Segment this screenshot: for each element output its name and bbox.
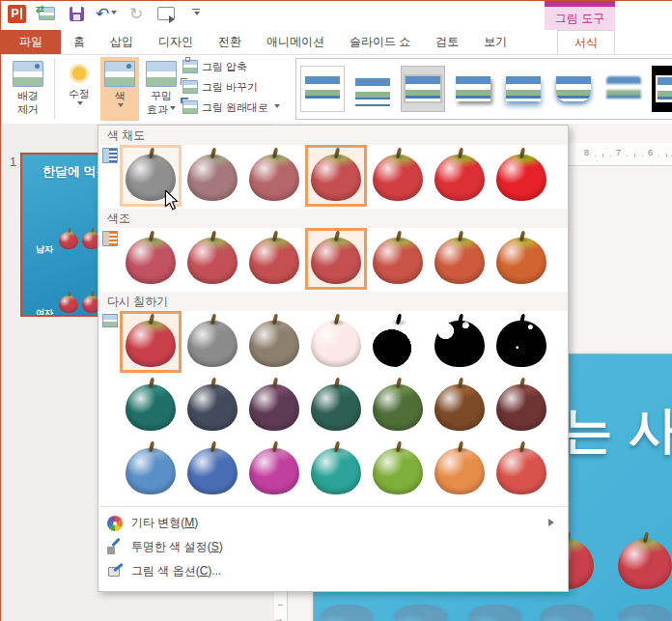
- saturation-option-200[interactable]: [429, 145, 490, 207]
- recolor-teal[interactable]: [305, 438, 367, 500]
- contextual-tab-group: 그림 도구: [545, 1, 615, 30]
- picture-style-simple-frame[interactable]: [300, 66, 345, 112]
- tab-format[interactable]: 서식: [557, 30, 615, 54]
- change-picture-icon[interactable]: ⇄: [37, 4, 56, 23]
- picture-utility-buttons: 그림 압축 그림 바꾸기 그림 원래대로: [182, 59, 280, 115]
- recolor-blue[interactable]: [182, 438, 243, 500]
- undo-icon[interactable]: ↶: [97, 4, 116, 23]
- tone-option-1[interactable]: [182, 228, 243, 290]
- saturation-option-150[interactable]: [367, 145, 429, 207]
- color-button[interactable]: 색: [100, 57, 139, 121]
- ribbon: 배경 제거 수정 색 꾸밈 효과 그림 압축 그림 바꾸기: [1, 55, 672, 125]
- saturation-option-100[interactable]: [305, 145, 367, 207]
- slide-number: 1: [10, 155, 16, 169]
- artistic-effects-button[interactable]: 꾸밈 효과: [141, 57, 182, 121]
- tone-option-2[interactable]: [243, 228, 305, 290]
- tone-row: [98, 228, 568, 292]
- tab-file[interactable]: 파일: [1, 30, 61, 54]
- thumbnail-label-male: 남자: [36, 243, 53, 256]
- tone-option-3[interactable]: [305, 228, 367, 290]
- recolor-washout[interactable]: [305, 311, 367, 373]
- tab-home[interactable]: 홈: [61, 30, 98, 54]
- recolor-dark-orange[interactable]: [429, 375, 490, 437]
- recolor-red[interactable]: [490, 438, 552, 500]
- recolor-row-2: [98, 375, 568, 438]
- tab-animations[interactable]: 애니메이션: [254, 30, 337, 54]
- tab-slideshow[interactable]: 슬라이드 쇼: [337, 30, 423, 54]
- menu-item-set-transparent-color[interactable]: 투명한 색 설정(S): [98, 535, 568, 559]
- picture-style-soft-edge[interactable]: [602, 66, 646, 112]
- recolor-bw-75[interactable]: [490, 311, 552, 373]
- recolor-bw-50[interactable]: [429, 311, 490, 373]
- thumbnail-label-female: 여자: [36, 307, 53, 317]
- powerpoint-logo-icon: P: [7, 4, 26, 23]
- powerpoint-window: P ⇄ ↶ ↻ 그림 도구 파일 홈 삽입 디자인 전환 애니메이션 슬라이드 …: [0, 0, 672, 621]
- menu-divider: [99, 506, 567, 507]
- recolor-dark-red[interactable]: [490, 375, 552, 437]
- recolor-bw-25[interactable]: [367, 311, 429, 373]
- picture-style-black-frame[interactable]: [652, 66, 672, 112]
- menu-item-picture-color-options[interactable]: 그림 색 옵션(C)...: [98, 559, 568, 583]
- saturation-gallery-icon: [102, 148, 118, 163]
- tone-gallery-icon: [102, 231, 118, 246]
- sun-icon: [67, 61, 92, 86]
- tab-view[interactable]: 보기: [471, 30, 519, 54]
- section-header-recolor: 다시 칠하기: [98, 292, 568, 311]
- ribbon-tab-row: 파일 홈 삽입 디자인 전환 애니메이션 슬라이드 쇼 검토 보기 서식: [1, 30, 672, 55]
- mouse-cursor: [163, 190, 180, 213]
- tab-insert[interactable]: 삽입: [98, 30, 146, 54]
- customize-qat-icon[interactable]: [186, 4, 206, 23]
- tone-option-5[interactable]: [429, 228, 490, 290]
- artistic-effects-icon: [146, 61, 177, 87]
- recolor-dark-blue[interactable]: [182, 375, 243, 437]
- remove-background-button[interactable]: 배경 제거: [7, 57, 49, 121]
- recolor-row-3: [98, 438, 568, 502]
- recolor-gallery-icon: [102, 314, 118, 327]
- picture-tools-label: 그림 도구: [545, 7, 615, 30]
- picture-style-metal-frame[interactable]: [401, 66, 445, 112]
- recolor-original[interactable]: [120, 311, 182, 373]
- picture-styles-gallery: [295, 58, 672, 120]
- tone-option-6[interactable]: [490, 228, 552, 290]
- tab-transitions[interactable]: 전환: [206, 30, 254, 54]
- thumbnail-apple: [59, 232, 78, 249]
- picture-color-options-icon: [107, 564, 123, 579]
- reset-picture-icon: [182, 100, 198, 114]
- compress-pictures-button[interactable]: 그림 압축: [182, 59, 280, 74]
- transparent-color-icon: [107, 540, 123, 555]
- menu-item-more-variations[interactable]: 기타 변형(M): [98, 511, 568, 535]
- quick-access-toolbar: P ⇄ ↶ ↻: [7, 4, 206, 23]
- color-wheel-icon: [107, 516, 123, 531]
- picture-style-reflection[interactable]: [501, 66, 546, 112]
- title-bar: P ⇄ ↶ ↻ 그림 도구: [1, 1, 672, 30]
- recolor-dark-teal[interactable]: [120, 375, 182, 437]
- recolor-grayscale[interactable]: [182, 311, 243, 373]
- tone-option-4[interactable]: [367, 228, 429, 290]
- recolor-dark-green[interactable]: [367, 375, 429, 437]
- saturation-option-33[interactable]: [182, 145, 243, 207]
- tone-option-0[interactable]: [120, 228, 182, 290]
- color-icon: [104, 61, 135, 87]
- picture-style-rounded-glow[interactable]: [551, 66, 596, 112]
- saturation-option-66[interactable]: [243, 145, 305, 207]
- corrections-button[interactable]: 수정: [59, 57, 99, 121]
- change-picture-button[interactable]: 그림 바꾸기: [182, 79, 280, 95]
- recolor-dark-purple[interactable]: [243, 375, 305, 437]
- tab-design[interactable]: 디자인: [146, 30, 206, 54]
- tab-review[interactable]: 검토: [423, 30, 471, 54]
- picture-style-shadow[interactable]: [451, 66, 495, 112]
- remove-background-icon: [13, 61, 43, 87]
- reset-picture-button[interactable]: 그림 원래대로: [182, 99, 280, 115]
- slide-apple-image[interactable]: [617, 534, 672, 621]
- recolor-magenta[interactable]: [243, 438, 305, 500]
- recolor-green[interactable]: [367, 438, 429, 500]
- picture-style-frame-line[interactable]: [350, 66, 395, 112]
- recolor-row-1: [98, 311, 568, 375]
- saturation-option-300[interactable]: [490, 145, 552, 207]
- recolor-light-blue[interactable]: [120, 438, 182, 500]
- start-slideshow-icon[interactable]: [156, 4, 176, 23]
- recolor-orange[interactable]: [429, 438, 490, 500]
- save-icon[interactable]: [67, 4, 86, 23]
- recolor-sepia[interactable]: [243, 311, 305, 373]
- recolor-dark-green-teal[interactable]: [305, 375, 367, 437]
